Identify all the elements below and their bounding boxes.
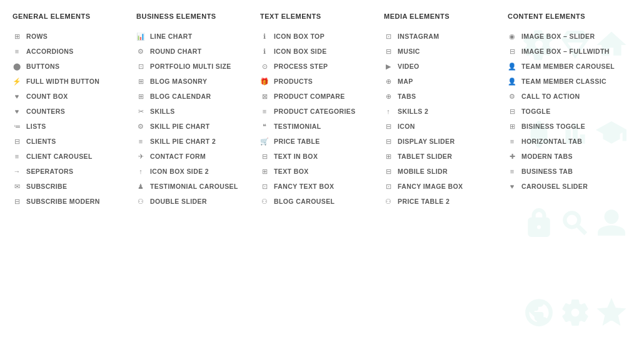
full-width-button-icon: ⚡ bbox=[13, 77, 21, 86]
skills-2-icon: ↑ bbox=[384, 107, 393, 116]
menu-item-blog-masonry[interactable]: ⊞BLOG MASONRY bbox=[136, 74, 260, 89]
menu-item-skill-pie-chart[interactable]: ⚙SKILL PIE CHART bbox=[136, 119, 260, 134]
round-chart-icon: ⚙ bbox=[136, 47, 145, 56]
process-step-icon: ⊙ bbox=[260, 62, 269, 71]
display-slider-icon: ⊟ bbox=[384, 137, 393, 146]
menu-item-skills-2[interactable]: ↑SKILLS 2 bbox=[384, 104, 508, 119]
menu-item-display-slider[interactable]: ⊟DISPLAY SLIDER bbox=[384, 134, 508, 149]
menu-item-products[interactable]: 🎁PRODUCTS bbox=[260, 74, 384, 89]
menu-item-image-box-fullwidth[interactable]: ⊟IMAGE BOX – FULLWIDTH bbox=[508, 44, 631, 59]
menu-item-icon-box-side[interactable]: ℹICON BOX SIDE bbox=[260, 44, 384, 59]
menu-item-tablet-slider[interactable]: ⊞TABLET SLIDER bbox=[384, 149, 508, 164]
menu-item-icon-box-side-2[interactable]: ↑ICON BOX SIDE 2 bbox=[136, 164, 260, 179]
menu-item-icon-box-top[interactable]: ℹICON BOX TOP bbox=[260, 29, 384, 44]
menu-item-horizontal-tab[interactable]: ≡HORIZONTAL TAB bbox=[508, 134, 631, 149]
menu-item-portfolio-multi-size[interactable]: ⊡PORTFOLIO MULTI SIZE bbox=[136, 59, 260, 74]
menu-item-skills[interactable]: ✂SKILLS bbox=[136, 104, 260, 119]
menu-item-round-chart[interactable]: ⚙ROUND CHART bbox=[136, 44, 260, 59]
skill-pie-chart-2-icon: ≡ bbox=[136, 137, 145, 146]
testimonial-icon: ❝ bbox=[260, 122, 269, 131]
icon-box-side-icon: ℹ bbox=[260, 47, 269, 56]
menu-item-client-carousel[interactable]: ≡CLIENT CAROUSEL bbox=[13, 149, 136, 164]
menu-item-label-price-table-2: PRICE TABLE 2 bbox=[398, 198, 450, 205]
double-slider-icon: ⚇ bbox=[136, 197, 145, 206]
menu-item-label-full-width-button: FULL WIDTH BUTTON bbox=[26, 78, 99, 85]
menu-item-label-mobile-slider: MOBILE SLIDR bbox=[398, 168, 448, 175]
menu-item-separators[interactable]: →SEPERATORS bbox=[13, 164, 136, 179]
line-chart-icon: 📊 bbox=[136, 32, 145, 41]
menu-item-text-box[interactable]: ⊞TEXT BOX bbox=[260, 164, 384, 179]
menu-item-product-compare[interactable]: ⊠PRODUCT COMPARE bbox=[260, 89, 384, 104]
menu-item-map[interactable]: ⊕MAP bbox=[384, 74, 508, 89]
menu-item-price-table-2[interactable]: ⚇PRICE TABLE 2 bbox=[384, 194, 508, 209]
menu-item-count-box[interactable]: ♥COUNT BOX bbox=[13, 89, 136, 104]
rows-icon: ⊞ bbox=[13, 32, 21, 41]
menu-item-fancy-text-box[interactable]: ⊡FANCY TEXT BOX bbox=[260, 179, 384, 194]
fancy-text-box-icon: ⊡ bbox=[260, 182, 269, 191]
menu-item-label-separators: SEPERATORS bbox=[26, 168, 73, 175]
menu-item-business-toggle[interactable]: ⊞BISINESS TOGGLE bbox=[508, 119, 631, 134]
skills-icon: ✂ bbox=[136, 107, 145, 116]
image-box-fullwidth-icon: ⊟ bbox=[508, 47, 516, 56]
menu-item-label-testimonial-carousel: TESTIMONIAL CAROUSEL bbox=[150, 183, 238, 190]
skill-pie-chart-icon: ⚙ bbox=[136, 122, 145, 131]
menu-item-label-icon-box-top: ICON BOX TOP bbox=[274, 33, 325, 40]
menu-item-music[interactable]: ⊟MUSIC bbox=[384, 44, 508, 59]
menu-item-subscribe[interactable]: ✉SUBSCRIBE bbox=[13, 179, 136, 194]
menu-item-product-categories[interactable]: ≡PRODUCT CATEGORIES bbox=[260, 104, 384, 119]
product-categories-icon: ≡ bbox=[260, 107, 269, 116]
menu-item-fancy-image-box[interactable]: ⊡FANCY IMAGE BOX bbox=[384, 179, 508, 194]
menu-item-carousel-slider[interactable]: ♥CAROUSEL SLIDER bbox=[508, 179, 631, 194]
menu-item-tabs[interactable]: ⊕TABS bbox=[384, 89, 508, 104]
menu-item-process-step[interactable]: ⊙PROCESS STEP bbox=[260, 59, 384, 74]
menu-item-modern-tabs[interactable]: ✚MODERN TABS bbox=[508, 149, 631, 164]
menu-item-team-member-carousel[interactable]: 👤TEAM MEMBER CAROUSEL bbox=[508, 59, 631, 74]
menu-item-full-width-button[interactable]: ⚡FULL WIDTH BUTTON bbox=[13, 74, 136, 89]
menu-item-toggle[interactable]: ⊟TOGGLE bbox=[508, 104, 631, 119]
menu-item-skill-pie-chart-2[interactable]: ≡SKILL PIE CHART 2 bbox=[136, 134, 260, 149]
menu-item-instagram[interactable]: ⊡INSTAGRAM bbox=[384, 29, 508, 44]
menu-item-mobile-slider[interactable]: ⊟MOBILE SLIDR bbox=[384, 164, 508, 179]
count-box-icon: ♥ bbox=[13, 92, 21, 101]
menu-item-contact-form[interactable]: ✈CONTACT FORM bbox=[136, 149, 260, 164]
menu-item-blog-carousel[interactable]: ⚇BLOG CAROUSEL bbox=[260, 194, 384, 209]
menu-item-video[interactable]: ▶VIDEO bbox=[384, 59, 508, 74]
menu-item-blog-calendar[interactable]: ⊞BLOG CALENDAR bbox=[136, 89, 260, 104]
menu-item-team-member-classic[interactable]: 👤TEAM MEMBER CLASSIC bbox=[508, 74, 631, 89]
menu-item-label-text-in-box: TEXT IN BOX bbox=[274, 153, 318, 160]
menu-item-double-slider[interactable]: ⚇DOUBLE SLIDER bbox=[136, 194, 260, 209]
menu-item-buttons[interactable]: ⬤BUTTONS bbox=[13, 59, 136, 74]
menu-item-text-in-box[interactable]: ⊟TEXT IN BOX bbox=[260, 149, 384, 164]
menu-item-label-horizontal-tab: HORIZONTAL TAB bbox=[521, 138, 582, 145]
icon-box-side-2-icon: ↑ bbox=[136, 167, 145, 176]
column-text: TEXT ELEMENTSℹICON BOX TOPℹICON BOX SIDE… bbox=[260, 13, 384, 209]
menu-item-label-rows: ROWS bbox=[26, 33, 48, 40]
carousel-slider-icon: ♥ bbox=[508, 182, 516, 191]
menu-item-business-tab[interactable]: ≡BUSINESS TAB bbox=[508, 164, 631, 179]
menu-item-subscribe-modern[interactable]: ⊟SUBSCRIBE MODERN bbox=[13, 194, 136, 209]
menu-item-label-buttons: BUTTONS bbox=[26, 63, 59, 70]
menu-item-call-to-action[interactable]: ⚙CALL TO ACTION bbox=[508, 89, 631, 104]
lists-icon: ≔ bbox=[13, 122, 21, 131]
column-header-content: CONTENT ELEMENTS bbox=[508, 13, 631, 20]
menu-item-label-subscribe: SUBSCRIBE bbox=[26, 183, 67, 190]
menu-item-label-product-compare: PRODUCT COMPARE bbox=[274, 93, 345, 100]
menu-item-label-testimonial: TESTIMONIAL bbox=[274, 123, 321, 130]
menu-item-icon[interactable]: ⊟ICON bbox=[384, 119, 508, 134]
menu-item-testimonial-carousel[interactable]: ♟TESTIMONIAL CAROUSEL bbox=[136, 179, 260, 194]
toggle-icon: ⊟ bbox=[508, 107, 516, 116]
menu-item-testimonial[interactable]: ❝TESTIMONIAL bbox=[260, 119, 384, 134]
menu-item-rows[interactable]: ⊞ROWS bbox=[13, 29, 136, 44]
menu-item-accordions[interactable]: ≡ACCORDIONS bbox=[13, 44, 136, 59]
menu-item-line-chart[interactable]: 📊LINE CHART bbox=[136, 29, 260, 44]
music-icon: ⊟ bbox=[384, 47, 393, 56]
menu-item-counters[interactable]: ♥COUNTERS bbox=[13, 104, 136, 119]
menu-item-lists[interactable]: ≔LISTS bbox=[13, 119, 136, 134]
menu-item-image-box-slider[interactable]: ◉IMAGE BOX – SLIDER bbox=[508, 29, 631, 44]
menu-item-price-table[interactable]: 🛒PRICE TABLE bbox=[260, 134, 384, 149]
menu-item-label-count-box: COUNT BOX bbox=[26, 93, 68, 100]
menu-item-clients[interactable]: ⊟CLIENTS bbox=[13, 134, 136, 149]
menu-item-label-icon-box-side-2: ICON BOX SIDE 2 bbox=[150, 168, 209, 175]
contact-form-icon: ✈ bbox=[136, 152, 145, 161]
column-header-text: TEXT ELEMENTS bbox=[260, 13, 384, 20]
